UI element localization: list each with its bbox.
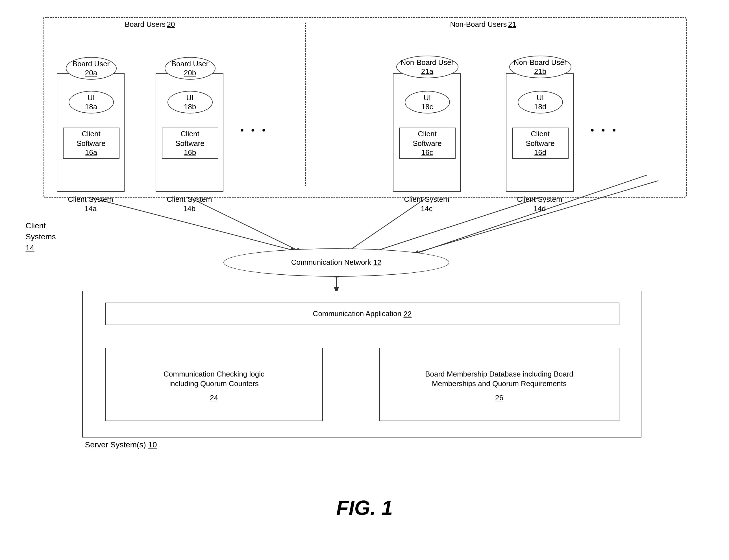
ui-18d: UI 18d [518, 91, 563, 113]
section-separator [305, 23, 306, 186]
diagram: Board Users 20 Non-Board Users 21 Board … [26, 17, 704, 525]
non-board-users-label: Non-Board Users 21 [362, 20, 605, 29]
dots-board: • • • [240, 124, 268, 136]
dots-non-board: • • • [591, 124, 618, 136]
client-system-14c: Non-Board User 21a UI 18c ClientSoftware… [393, 73, 461, 192]
clients-outer-box [43, 17, 687, 198]
board-user-20a: Board User 20a [66, 57, 117, 80]
client-software-16a: ClientSoftware 16a [63, 128, 119, 159]
client-system-14b-label: Client System 14b [156, 195, 223, 213]
non-board-user-21b: Non-Board User 21b [509, 56, 571, 78]
client-software-16d: ClientSoftware 16d [512, 128, 569, 159]
communication-network: Communication Network 12 [223, 248, 450, 277]
client-system-14d: Non-Board User 21b UI 18d ClientSoftware… [506, 73, 574, 192]
client-system-14a-label: Client System 14a [57, 195, 125, 213]
server-system-box: Communication Application 22 Communicati… [82, 291, 641, 437]
ui-18b: UI 18b [167, 91, 213, 113]
client-software-16b: ClientSoftware 16b [162, 128, 218, 159]
client-software-16c: ClientSoftware 16c [399, 128, 456, 159]
board-user-20b: Board User 20b [165, 57, 215, 80]
page: Board Users 20 Non-Board Users 21 Board … [0, 0, 729, 560]
board-membership-box: Board Membership Database including Boar… [379, 348, 619, 421]
figure-label: FIG. 1 [336, 496, 393, 519]
client-system-14c-label: Client System 14c [393, 195, 461, 213]
non-board-user-21a: Non-Board User 21a [396, 56, 459, 78]
client-system-14d-label: Client System 14d [506, 195, 574, 213]
client-systems-outside-label: Client Systems 14 [26, 220, 56, 253]
client-system-14a: Board User 20a UI 18a ClientSoftware 16a [57, 73, 125, 192]
comm-checking-box: Communication Checking logicincluding Qu… [105, 348, 323, 421]
ui-18c: UI 18c [405, 91, 450, 113]
ui-18a: UI 18a [69, 91, 114, 113]
server-systems-label: Server System(s) 10 [85, 440, 157, 449]
board-users-label: Board Users 20 [51, 20, 249, 29]
client-system-14b: Board User 20b UI 18b ClientSoftware 16b [156, 73, 223, 192]
comm-app-box: Communication Application 22 [105, 303, 619, 325]
